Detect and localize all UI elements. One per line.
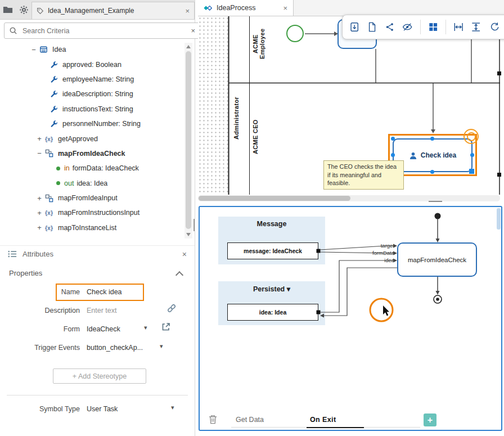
start-event[interactable] [286, 25, 304, 42]
add-stereotype-button[interactable]: + Add Stereotype [53, 368, 146, 384]
form-dropdown-caret[interactable]: ▾ [144, 324, 147, 331]
selection-handle[interactable] [430, 137, 434, 141]
selection-handle[interactable] [430, 170, 434, 174]
tree-item-attribute[interactable]: approved: Boolean [0, 57, 182, 71]
wrench-icon [48, 105, 58, 113]
trash-icon [209, 415, 217, 424]
wrench-icon [48, 61, 58, 69]
gear-icon [19, 5, 29, 15]
idea-variable-box[interactable]: idea: Idea [227, 304, 318, 321]
scrollbar-thumb[interactable] [199, 196, 350, 201]
expand-toggle[interactable]: + [35, 223, 44, 232]
import-document-icon[interactable] [349, 21, 359, 33]
scroll-up-button[interactable] [186, 45, 191, 48]
delete-button[interactable] [209, 415, 217, 424]
tree-item-attribute[interactable]: employeeName: String [0, 72, 182, 87]
tab-get-data[interactable]: Get Data [236, 416, 264, 424]
tree-item-parameter[interactable]: in formData: IdeaCheck [0, 161, 182, 176]
folder-icon [3, 6, 13, 14]
tab-ideaprocess[interactable]: IdeaProcess × [198, 0, 294, 16]
tree-item-operation[interactable]: + {x} getApproved [0, 131, 182, 146]
expand-toggle[interactable]: + [35, 209, 44, 217]
add-tab-button[interactable]: + [424, 413, 436, 426]
task-shape[interactable]: Check idea [393, 138, 472, 172]
tree-item-label: ideaDescription: String [62, 90, 133, 98]
clear-search-button[interactable]: × [191, 26, 195, 35]
bpmn-canvas[interactable]: ACME Employee Administrator ACME CEO Che… [198, 16, 504, 195]
tree-item-attribute[interactable]: instructionsText: String [0, 102, 182, 116]
tree-item-attribute[interactable]: ideaDescription: String [0, 87, 182, 101]
mapping-editor-panel[interactable]: Message message: IdeaCheck Persisted ▾ i… [199, 206, 502, 431]
properties-title[interactable]: Properties [9, 269, 42, 277]
link-icon[interactable] [166, 303, 177, 313]
trigger-events-dropdown-caret[interactable]: ▾ [160, 343, 163, 350]
mapping-icon [44, 194, 54, 203]
model-tree: − Idea approved: Boolean employeeName: S… [0, 42, 182, 235]
tree-item-label: getApproved [58, 135, 98, 143]
trigger-events-value[interactable]: button_checkAp... [87, 344, 143, 352]
symbol-type-value[interactable]: User Task [87, 405, 118, 413]
tab-close-button[interactable]: × [283, 4, 287, 12]
search-icon [9, 26, 17, 35]
refresh-icon[interactable] [489, 21, 499, 33]
persisted-group-title[interactable]: Persisted ▾ [218, 285, 325, 293]
annotation-note[interactable]: The CEO checks the idea if its meaningfu… [323, 160, 404, 190]
user-task-icon [409, 151, 417, 160]
grid-icon[interactable] [428, 21, 438, 33]
braces-icon: {x} [44, 136, 54, 142]
share-icon[interactable] [385, 21, 395, 33]
selection-handle[interactable] [391, 153, 395, 157]
scroll-down-button[interactable] [186, 233, 191, 236]
entity-icon [38, 46, 48, 53]
settings-button[interactable] [16, 1, 32, 18]
explorer-toolbar: Idea_Management_Example × [0, 0, 195, 20]
description-value[interactable]: Enter text [87, 307, 117, 314]
parameter-dot-icon [56, 181, 60, 185]
symbol-type-dropdown-caret[interactable]: ▾ [171, 404, 174, 411]
braces-icon: {x} [44, 209, 54, 216]
collapse-toggle[interactable]: − [35, 149, 44, 158]
caret-down-icon[interactable]: ▾ [287, 285, 290, 293]
tree-item-label: Idea [52, 46, 66, 53]
tree-item-operation[interactable]: + {x} mapFromInstructionsInput [0, 205, 182, 220]
parameter-direction: in [64, 164, 70, 172]
task-label: Check idea [421, 151, 456, 159]
distribute-horizontal-icon[interactable] [453, 21, 464, 33]
form-label: Form [0, 325, 80, 333]
explorer-tab[interactable]: Idea_Management_Example × [32, 2, 195, 19]
tree-item-operation[interactable]: + {x} mapToInstanceList [0, 221, 182, 235]
hide-icon[interactable] [402, 21, 412, 33]
tab-on-exit[interactable]: On Exit [310, 416, 336, 424]
canvas-horizontal-scrollbar[interactable] [198, 195, 500, 201]
tree-item-parameter[interactable]: out idea: Idea [0, 176, 182, 191]
parameter-direction: out [64, 179, 74, 187]
attributes-panel-close-button[interactable]: × [182, 250, 187, 259]
port-label-target: target [345, 242, 394, 249]
chevron-up-icon[interactable] [176, 271, 183, 279]
mapping-scrollbar[interactable] [497, 208, 501, 230]
form-value[interactable]: IdeaCheck [87, 325, 120, 333]
distribute-vertical-icon[interactable] [471, 21, 481, 33]
resize-handle[interactable] [469, 169, 474, 174]
open-external-icon[interactable] [161, 322, 170, 331]
tree-item-idea[interactable]: − Idea [0, 42, 182, 57]
list-icon [8, 250, 17, 258]
editor-tabbar: IdeaProcess × [198, 0, 504, 16]
scrollbar-thumb[interactable] [186, 51, 191, 229]
tree-item-mapping-selected[interactable]: − mapFromIdeaCheck [0, 146, 182, 161]
name-value[interactable]: Check idea [87, 288, 122, 296]
tree-scrollbar[interactable] [184, 43, 192, 239]
document-icon[interactable] [367, 21, 377, 33]
folder-button[interactable] [0, 1, 16, 18]
tree-item-mapping[interactable]: + mapFromIdeaInput [0, 191, 182, 205]
selection-handle[interactable] [391, 137, 395, 141]
selection-handle[interactable] [470, 153, 474, 157]
search-input[interactable] [21, 26, 187, 35]
collapse-toggle[interactable]: − [29, 46, 38, 54]
mapping-node-mapfromideacheck[interactable]: mapFromIdeaCheck [397, 242, 477, 277]
message-variable-box[interactable]: message: IdeaCheck [227, 242, 318, 259]
explorer-tab-close-button[interactable]: × [185, 7, 190, 15]
tree-item-attribute[interactable]: personnelNumber: String [0, 116, 182, 131]
expand-toggle[interactable]: + [35, 134, 44, 143]
expand-toggle[interactable]: + [35, 194, 44, 203]
